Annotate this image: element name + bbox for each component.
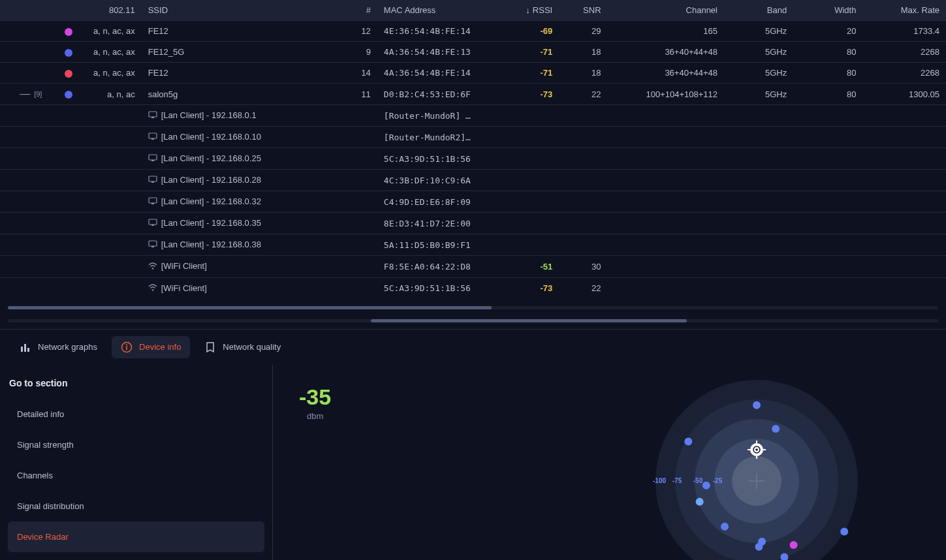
table-row[interactable]: a, n, ac, axFE12144A:36:54:4B:FE:14-7118…: [0, 63, 946, 84]
info-icon: [121, 341, 133, 353]
table-row[interactable]: [WiFi Client]F8:5E:A0:64:22:D8-5130: [0, 256, 946, 277]
sidebar-item-device-radar[interactable]: Device Radar: [8, 521, 264, 552]
col-band[interactable]: Band: [724, 0, 793, 21]
section-sidebar: Go to section Detailed infoSignal streng…: [0, 365, 273, 560]
radar-chart: -100-75-50-25: [639, 377, 874, 560]
sidebar-title: Go to section: [9, 378, 264, 388]
col-width[interactable]: Width: [793, 0, 862, 21]
dbm-value: -35: [299, 384, 331, 410]
color-dot: [65, 28, 72, 36]
tab-label: Network quality: [223, 342, 281, 352]
lan-icon: [148, 154, 157, 164]
color-dot: [65, 49, 72, 57]
table-row[interactable]: a, n, ac, axFE12_5G94A:36:54:4B:FE:13-71…: [0, 42, 946, 63]
table-row[interactable]: [Lan Client] - 192.168.0.10[Router-Mundo…: [0, 127, 946, 148]
table-row[interactable]: a, n, ac, axFE12124E:36:54:4B:FE:14-6929…: [0, 21, 946, 42]
col-snr[interactable]: SNR: [559, 0, 607, 21]
network-table: 802.11 SSID # MAC Address ↓RSSI SNR Chan…: [0, 0, 946, 299]
svg-text:-100: -100: [653, 477, 666, 484]
table-row[interactable]: — [9]a, n, acsalon5g11D0:B2:C4:53:ED:6F-…: [0, 84, 946, 105]
svg-rect-6: [149, 176, 157, 181]
svg-point-20: [126, 344, 127, 345]
table-row[interactable]: [Lan Client] - 192.168.0.255C:A3:9D:51:1…: [0, 148, 946, 170]
table-row[interactable]: [Lan Client] - 192.168.0.1[Router-MundoR…: [0, 105, 946, 127]
svg-point-41: [721, 522, 729, 530]
tab-label: Network graphs: [38, 342, 97, 352]
svg-point-44: [684, 437, 692, 445]
svg-point-35: [840, 527, 848, 535]
col-rssi[interactable]: ↓RSSI: [503, 0, 559, 21]
sidebar-item-channels[interactable]: Channels: [8, 460, 264, 491]
lan-icon: [148, 240, 157, 250]
svg-rect-9: [151, 203, 154, 204]
svg-rect-17: [24, 344, 26, 352]
bottom-panel: Network graphs Device info Network quali…: [0, 329, 946, 560]
color-dot: [65, 70, 72, 78]
table-row[interactable]: [Lan Client] - 192.168.0.385A:11:D5:B0:B…: [0, 234, 946, 256]
svg-rect-21: [126, 346, 127, 350]
svg-point-47: [755, 448, 758, 451]
h-scrollbar-1[interactable]: [8, 303, 938, 312]
col-ssid[interactable]: SSID: [142, 0, 343, 21]
svg-rect-16: [21, 347, 23, 352]
h-scrollbar-2[interactable]: [8, 316, 938, 325]
col-mac[interactable]: MAC Address: [377, 0, 503, 21]
table-row[interactable]: [Lan Client] - 192.168.0.358E:D3:41:D7:2…: [0, 213, 946, 234]
bar-chart-icon: [20, 341, 31, 353]
svg-rect-11: [151, 225, 154, 226]
svg-point-36: [790, 541, 798, 549]
svg-point-43: [702, 481, 710, 489]
wifi-icon: [148, 284, 157, 294]
expand-toggle[interactable]: — [9]: [20, 89, 42, 99]
device-radar-panel: -35 dbm -100-75-50-25: [273, 365, 946, 560]
tab-network-quality[interactable]: Network quality: [195, 336, 290, 358]
svg-rect-1: [151, 117, 154, 118]
sidebar-item-signal-strength[interactable]: Signal strength: [8, 429, 264, 460]
svg-rect-7: [151, 181, 154, 183]
svg-point-39: [755, 542, 763, 550]
bottom-tabs: Network graphs Device info Network quali…: [0, 330, 946, 365]
tab-label: Device info: [139, 342, 181, 352]
svg-point-15: [151, 289, 153, 291]
svg-rect-3: [151, 138, 154, 140]
svg-text:-75: -75: [672, 477, 682, 484]
lan-icon: [148, 111, 157, 121]
svg-rect-4: [149, 155, 157, 160]
svg-point-14: [151, 268, 153, 270]
svg-text:-25: -25: [713, 477, 723, 484]
wifi-icon: [148, 262, 157, 272]
table-row[interactable]: [Lan Client] - 192.168.0.284C:3B:DF:10:C…: [0, 170, 946, 191]
tab-network-graphs[interactable]: Network graphs: [10, 336, 106, 358]
svg-text:-50: -50: [693, 477, 703, 484]
col-802[interactable]: 802.11: [79, 0, 142, 21]
col-rate[interactable]: Max. Rate: [862, 0, 946, 21]
svg-rect-13: [151, 246, 154, 247]
svg-point-42: [696, 497, 704, 505]
svg-point-33: [753, 401, 761, 409]
col-channel[interactable]: Channel: [608, 0, 724, 21]
dbm-unit: dbm: [299, 411, 331, 421]
lan-icon: [148, 132, 157, 142]
sidebar-item-detailed-info[interactable]: Detailed info: [8, 399, 264, 429]
svg-point-34: [772, 424, 780, 432]
svg-rect-10: [149, 219, 157, 225]
table-row[interactable]: [WiFi Client]5C:A3:9D:51:1B:56-7322: [0, 277, 946, 299]
table-row[interactable]: [Lan Client] - 192.168.0.32C4:9D:ED:E6:8…: [0, 191, 946, 213]
color-dot: [65, 91, 72, 99]
svg-rect-18: [27, 348, 29, 352]
svg-rect-8: [149, 198, 157, 203]
svg-rect-0: [149, 112, 157, 117]
network-table-wrap: 802.11 SSID # MAC Address ↓RSSI SNR Chan…: [0, 0, 946, 299]
col-num[interactable]: #: [343, 0, 377, 21]
svg-rect-5: [151, 160, 154, 161]
signal-readout: -35 dbm: [299, 384, 331, 421]
sort-desc-icon: ↓: [526, 5, 530, 15]
lan-icon: [148, 197, 157, 207]
svg-rect-12: [149, 241, 157, 246]
header-row: 802.11 SSID # MAC Address ↓RSSI SNR Chan…: [0, 0, 946, 21]
svg-rect-2: [149, 133, 157, 138]
lan-icon: [148, 176, 157, 185]
sidebar-item-signal-distribution[interactable]: Signal distribution: [8, 491, 264, 521]
lan-icon: [148, 219, 157, 228]
tab-device-info[interactable]: Device info: [112, 336, 190, 358]
